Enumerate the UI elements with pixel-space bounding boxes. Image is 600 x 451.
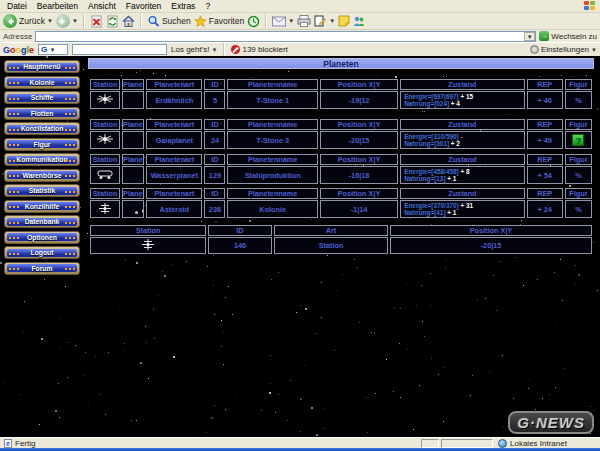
sidebar-item-datenbank[interactable]: Datenbank bbox=[4, 215, 80, 228]
print-button[interactable] bbox=[297, 15, 311, 27]
go-label: Wechseln zu bbox=[551, 32, 597, 41]
settings-dropdown-icon[interactable]: ▼ bbox=[591, 47, 597, 53]
sidebar-item-statistik[interactable]: Statistik bbox=[4, 184, 80, 197]
print-icon bbox=[297, 15, 311, 27]
home-icon bbox=[122, 15, 135, 28]
sidebar-item-logout[interactable]: Logout bbox=[4, 246, 80, 259]
id-cell: 24 bbox=[204, 131, 225, 149]
back-button[interactable]: Zurück ▼ bbox=[3, 14, 53, 28]
planet-cell[interactable] bbox=[122, 91, 144, 109]
address-input[interactable]: ▼ bbox=[35, 31, 536, 42]
sidebar-item-konzilstation[interactable]: Konzilstation bbox=[4, 122, 80, 135]
edit-button[interactable] bbox=[314, 15, 326, 27]
satellite-icon bbox=[140, 238, 156, 251]
planet-row: Erdähnlich 5 T-Stone 1 -19|12 Energie=[6… bbox=[90, 91, 592, 109]
sidebar-item-kolonie[interactable]: Kolonie bbox=[4, 76, 80, 89]
google-go-button[interactable]: Los geht's! ▼ bbox=[171, 45, 217, 54]
home-button[interactable] bbox=[122, 15, 135, 28]
sidebar-item-flotten[interactable]: Flotten bbox=[4, 107, 80, 120]
station-cell[interactable] bbox=[90, 91, 120, 109]
station-cell[interactable] bbox=[90, 237, 206, 254]
col-id: ID bbox=[208, 225, 272, 236]
station-cell[interactable] bbox=[90, 166, 120, 184]
planetenart-cell: Asteroid bbox=[146, 200, 202, 218]
menu-ansicht[interactable]: Ansicht bbox=[83, 1, 121, 11]
edit-dropdown-icon[interactable]: ▼ bbox=[329, 18, 335, 24]
address-bar: Adresse ▼ → Wechseln zu bbox=[0, 30, 600, 43]
favorites-button[interactable]: Favoriten bbox=[194, 15, 244, 28]
planet-row: Wasserplanet 129 Stahlproduktion -16|18 … bbox=[90, 166, 592, 184]
settings-button[interactable]: Einstellungen ▼ bbox=[530, 45, 597, 54]
google-go-dropdown-icon[interactable]: ▼ bbox=[212, 47, 218, 53]
menu-datei[interactable]: Datei bbox=[2, 1, 32, 11]
position-cell[interactable]: -20|15 bbox=[390, 237, 592, 254]
position-cell[interactable]: -16|18 bbox=[320, 166, 398, 184]
planet-cell[interactable] bbox=[122, 166, 144, 184]
forward-dropdown-icon[interactable]: ▼ bbox=[72, 18, 78, 24]
mail-icon bbox=[272, 16, 286, 27]
sidebar-item-warenboerse[interactable]: Warenbörse bbox=[4, 169, 80, 182]
position-cell[interactable]: -19|12 bbox=[320, 91, 398, 109]
status-pane bbox=[421, 439, 439, 448]
sidebar-item-forum[interactable]: Forum bbox=[4, 262, 80, 275]
windows-logo-icon bbox=[584, 1, 595, 11]
position-cell[interactable]: -20|15 bbox=[320, 131, 398, 149]
id-cell: 5 bbox=[204, 91, 225, 109]
notes-button[interactable] bbox=[338, 15, 350, 27]
planet-cell[interactable] bbox=[122, 131, 144, 149]
zustand-cell: Energie=[370/370] + 31 Nahrung=[41] + 1 bbox=[400, 200, 525, 218]
col-position: Position X|Y bbox=[390, 225, 592, 236]
col-station: Station bbox=[90, 225, 206, 236]
sidebar-item-figur[interactable]: Figur bbox=[4, 138, 80, 151]
forward-icon bbox=[56, 14, 70, 28]
figur-cell[interactable]: % bbox=[565, 166, 592, 184]
planet-cell[interactable] bbox=[122, 200, 144, 218]
planetenname-cell[interactable]: T-Stone 3 bbox=[227, 131, 317, 149]
sidebar-item-optionen[interactable]: Optionen bbox=[4, 231, 80, 244]
planetenname-cell[interactable]: T-Stone 1 bbox=[227, 91, 317, 109]
settings-icon bbox=[530, 45, 539, 54]
id-cell: 146 bbox=[208, 237, 272, 254]
history-icon bbox=[247, 15, 260, 28]
google-combo[interactable]: G ▼ bbox=[38, 44, 68, 55]
sidebar-item-kommunikation[interactable]: Kommunikation bbox=[4, 153, 80, 166]
station-cell[interactable] bbox=[90, 131, 120, 149]
address-label: Adresse bbox=[3, 32, 32, 41]
sidebar-item-konzilhilfe[interactable]: Konzilhilfe bbox=[4, 200, 80, 213]
back-dropdown-icon[interactable]: ▼ bbox=[47, 18, 53, 24]
menu-bar: Datei Bearbeiten Ansicht Favoriten Extra… bbox=[0, 0, 600, 13]
menu-hilfe[interactable]: ? bbox=[200, 1, 215, 11]
menu-bearbeiten[interactable]: Bearbeiten bbox=[32, 1, 83, 11]
refresh-button[interactable] bbox=[106, 15, 119, 28]
figur-cell[interactable]: ? bbox=[565, 131, 592, 149]
go-button[interactable]: → Wechseln zu bbox=[539, 31, 597, 41]
status-bar: e Fertig Lokales Intranet bbox=[0, 437, 600, 448]
toolbar: Zurück ▼ ▼ bbox=[0, 13, 600, 30]
history-button[interactable] bbox=[247, 15, 260, 28]
planetenname-cell[interactable]: Kolonie bbox=[227, 200, 317, 218]
planetenname-cell[interactable]: Stahlproduktion bbox=[227, 166, 317, 184]
search-button[interactable]: Suchen bbox=[147, 15, 191, 28]
sidebar-item-schiffe[interactable]: Schiffe bbox=[4, 91, 80, 104]
menu-extras[interactable]: Extras bbox=[166, 1, 200, 11]
google-search-input[interactable] bbox=[72, 44, 167, 55]
status-text: Fertig bbox=[15, 439, 35, 448]
popup-blocker-button[interactable]: 139 blockiert bbox=[231, 45, 287, 54]
zustand-cell: Energie=[458/458] + 8 Nahrung=[13] + 1 bbox=[400, 166, 525, 184]
figur-cell[interactable]: % bbox=[565, 200, 592, 218]
figur-cell[interactable]: % bbox=[565, 91, 592, 109]
menu-favoriten[interactable]: Favoriten bbox=[121, 1, 166, 11]
figur-question-icon[interactable]: ? bbox=[572, 134, 584, 146]
status-pane bbox=[441, 439, 493, 448]
col-station: Station bbox=[90, 79, 120, 90]
mail-button[interactable]: ▼ bbox=[272, 16, 294, 27]
position-cell[interactable]: -1|14 bbox=[320, 200, 398, 218]
col-art: Art bbox=[274, 225, 388, 236]
stop-button[interactable] bbox=[90, 15, 103, 28]
station-cell[interactable] bbox=[90, 200, 120, 218]
messenger-button[interactable] bbox=[353, 15, 365, 27]
mail-dropdown-icon[interactable]: ▼ bbox=[288, 18, 294, 24]
sidebar-item-hauptmenu[interactable]: Hauptmenü bbox=[4, 60, 80, 73]
forward-button[interactable]: ▼ bbox=[56, 14, 78, 28]
address-dropdown-icon[interactable]: ▼ bbox=[524, 32, 535, 41]
